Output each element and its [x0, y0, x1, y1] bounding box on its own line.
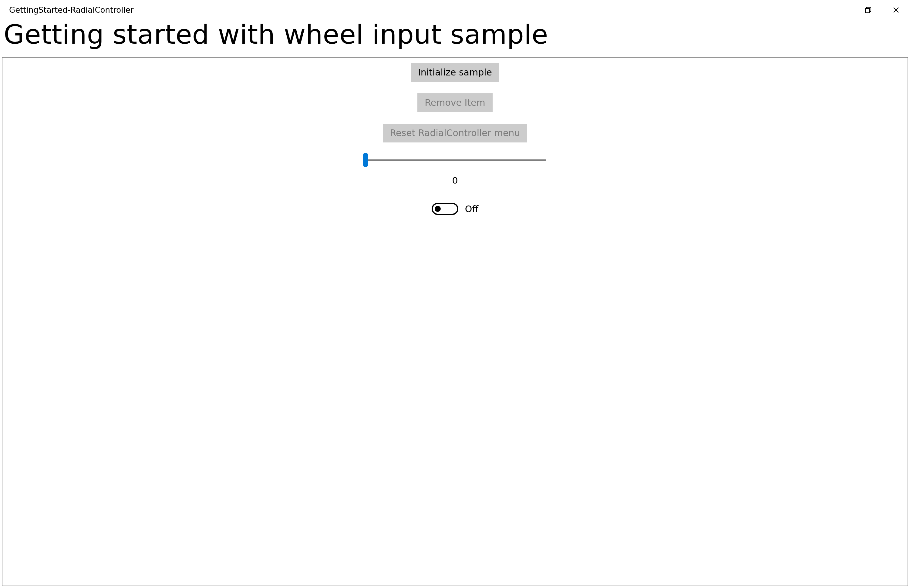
minimize-icon [837, 6, 844, 13]
value-slider[interactable] [364, 155, 546, 165]
maximize-icon [865, 6, 871, 13]
page-title: Getting started with wheel input sample [0, 20, 910, 48]
toggle-row: Off [432, 203, 478, 215]
slider-value-label: 0 [452, 175, 458, 186]
slider-track [364, 160, 546, 161]
svg-rect-2 [865, 8, 870, 13]
remove-item-button[interactable]: Remove Item [418, 93, 492, 112]
toggle-knob [435, 206, 441, 212]
maximize-button[interactable] [854, 0, 882, 20]
reset-menu-button[interactable]: Reset RadialController menu [383, 124, 528, 142]
toggle-state-label: Off [465, 204, 478, 214]
minimize-button[interactable] [826, 0, 854, 20]
initialize-sample-button[interactable]: Initialize sample [411, 63, 499, 82]
content-panel: Initialize sample Remove Item Reset Radi… [2, 57, 908, 586]
titlebar: GettingStarted-RadialController [0, 0, 910, 20]
slider-thumb[interactable] [363, 153, 368, 167]
close-button[interactable] [882, 0, 910, 20]
feature-toggle[interactable] [432, 203, 458, 215]
caption-buttons [826, 0, 910, 20]
close-icon [893, 6, 899, 13]
window-title: GettingStarted-RadialController [9, 5, 133, 15]
